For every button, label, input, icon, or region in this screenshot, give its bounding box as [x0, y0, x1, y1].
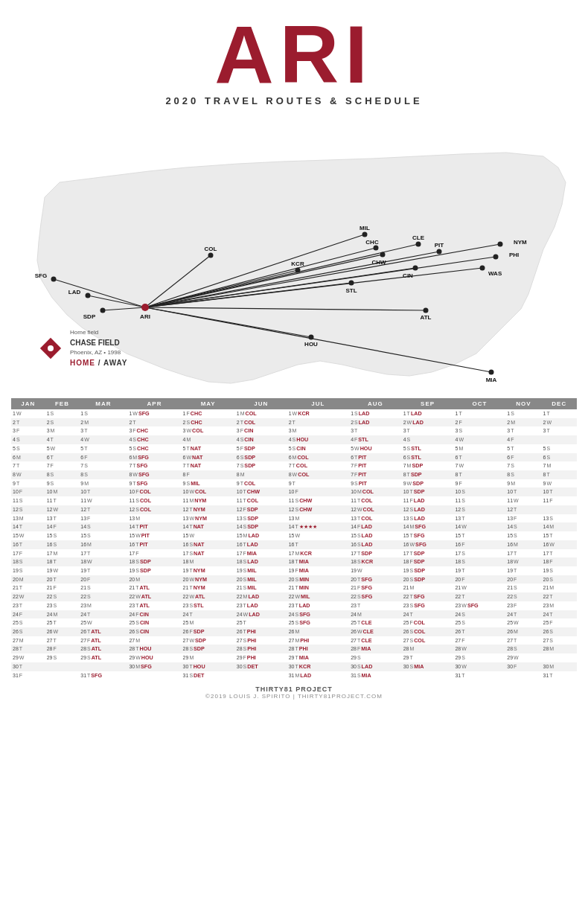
- schedule-cell: 7TSFG: [127, 461, 181, 470]
- schedule-cell: 28SPHI: [235, 645, 287, 653]
- month-apr: APR: [127, 398, 181, 409]
- team-code: MIA: [299, 558, 309, 565]
- schedule-cell: 21S: [505, 584, 541, 592]
- schedule-cell: 9WSDP: [402, 479, 454, 488]
- schedule-cell: 16W: [542, 540, 577, 549]
- schedule-cell: 13SSDP: [235, 514, 287, 523]
- schedule-cell: 18T: [45, 557, 80, 566]
- team-code: NYM: [194, 497, 206, 504]
- team-code: COL: [414, 619, 425, 626]
- schedule-cell: 9T: [287, 479, 349, 488]
- schedule-cell: 24T: [182, 610, 235, 619]
- schedule-cell: 7T: [11, 461, 45, 470]
- team-abbreviation: ARI: [0, 13, 588, 95]
- table-row: 5S5W5T5SCHC5TNAT5FSDP5SCIN5WHOU5SSTL5M5T…: [11, 444, 577, 453]
- schedule-cell: 24T: [79, 610, 127, 619]
- schedule-cell: 21T: [11, 584, 45, 592]
- schedule-cell: 23M: [79, 601, 127, 610]
- team-code: COL: [195, 488, 206, 495]
- team-code: SFG: [415, 523, 426, 530]
- schedule-cell: 5W: [45, 444, 80, 453]
- schedule-cell: 28SATL: [79, 645, 127, 653]
- schedule-cell: 15W: [11, 531, 45, 540]
- schedule-cell: 9TCOL: [235, 479, 287, 488]
- schedule-cell: 28M: [402, 645, 454, 653]
- schedule-cell: 9M: [79, 479, 127, 488]
- team-code: LAD: [414, 506, 425, 513]
- table-row: 3F3M3T3FCHC3WCOL3FCIN3M3T3T3S3T3T: [11, 426, 577, 435]
- schedule-cell: 10TCHW: [235, 487, 287, 496]
- schedule-cell: 9TSFG: [127, 479, 181, 488]
- svg-text:CLE: CLE: [412, 234, 425, 241]
- schedule-cell: 29S: [453, 653, 505, 662]
- team-code: DET: [194, 672, 204, 679]
- schedule-cell: 14T★★★★: [287, 522, 349, 531]
- schedule-cell: 25SSFG: [287, 618, 349, 627]
- table-row: 17F17M17T17F17SNAT17FMIA17MKCR17TSDP17TS…: [11, 549, 577, 558]
- schedule-header: JAN FEB MAR APR MAY JUN JUL AUG SEP OCT …: [11, 398, 577, 409]
- schedule-cell: 2SLAD: [349, 418, 402, 427]
- schedule-cell: 28T: [11, 645, 45, 653]
- schedule-cell: 14SSDP: [235, 522, 287, 531]
- schedule-cell: 26FSDP: [182, 627, 235, 636]
- team-code: COL: [140, 506, 151, 513]
- schedule-cell: 3T: [402, 426, 454, 435]
- schedule-cell: 2T: [11, 418, 45, 427]
- schedule-cell: 18S: [11, 557, 45, 566]
- schedule-cell: 11MNYM: [182, 496, 235, 505]
- team-code: KCR: [299, 663, 311, 670]
- schedule-cell: 15MLAD: [235, 531, 287, 540]
- table-row: 27M27T27FATL27M27WSDP27SPHI27MPHI27TCLE2…: [11, 636, 577, 645]
- schedule-cell: 15W: [182, 531, 235, 540]
- team-code: PIT: [140, 523, 148, 530]
- all-star-marker: ★★★★: [299, 524, 317, 529]
- schedule-cell: 29TMIA: [287, 653, 349, 662]
- schedule-cell: 29M: [182, 653, 235, 662]
- schedule-cell: 5FSDP: [235, 444, 287, 453]
- schedule-cell: 9SPIT: [349, 479, 402, 488]
- schedule-cell: 3M: [287, 426, 349, 435]
- schedule-cell: 12W: [45, 505, 80, 514]
- schedule-cell: 13F: [79, 514, 127, 523]
- schedule-cell: 18S: [453, 557, 505, 566]
- schedule-cell: 24F: [11, 610, 45, 619]
- team-code: LAD: [362, 541, 373, 548]
- schedule-cell: 10T: [505, 487, 541, 496]
- schedule-cell: 25S: [11, 618, 45, 627]
- schedule-cell: 28S: [505, 645, 541, 653]
- team-code: SFG: [91, 672, 102, 679]
- team-code: SDP: [247, 523, 258, 530]
- schedule-cell: 22T: [542, 592, 577, 601]
- schedule-cell: 19FMIA: [287, 566, 349, 575]
- team-code: SFG: [138, 454, 149, 461]
- schedule-cell: 19SMIL: [235, 566, 287, 575]
- schedule-cell: 6MSFG: [127, 453, 181, 462]
- svg-point-20: [51, 277, 57, 282]
- team-code: COL: [362, 488, 374, 495]
- table-row: 4S4T4W4SCHC4M4SCIN4SHOU4FSTL4S4W4F: [11, 435, 577, 444]
- schedule-cell: 11F: [542, 496, 577, 505]
- svg-point-38: [416, 242, 421, 247]
- schedule-cell: 23TLAD: [287, 601, 349, 610]
- schedule-cell: 14F: [45, 522, 80, 531]
- table-row: 14T14F14S14TPIT14TNAT14SSDP14T★★★★14FLAD…: [11, 522, 577, 531]
- svg-text:SDP: SDP: [83, 313, 96, 320]
- schedule-cell: 23TLAD: [235, 601, 287, 610]
- schedule-cell: [79, 662, 127, 671]
- schedule-cell: 21TATL: [127, 584, 181, 592]
- schedule-cell: 24T: [542, 610, 577, 619]
- team-code: SFG: [361, 584, 372, 591]
- team-code: COL: [296, 462, 307, 469]
- schedule-cell: 13M: [127, 514, 181, 523]
- schedule-cell: 9M: [505, 479, 541, 488]
- team-code: CHW: [299, 497, 312, 504]
- schedule-cell: 1SLAD: [349, 409, 402, 418]
- team-code: SDP: [414, 550, 425, 557]
- schedule-cell: 16F: [453, 540, 505, 549]
- schedule-cell: 17TSDP: [349, 549, 402, 558]
- table-row: 6M6T6F6MSFG6WNAT6SSDP6MCOL6TPIT6SSTL6T6F…: [11, 453, 577, 462]
- svg-text:COL: COL: [205, 246, 217, 252]
- schedule-cell: 30W: [453, 662, 505, 671]
- schedule-cell: 16TLAD: [235, 540, 287, 549]
- schedule-cell: 24M: [45, 610, 80, 619]
